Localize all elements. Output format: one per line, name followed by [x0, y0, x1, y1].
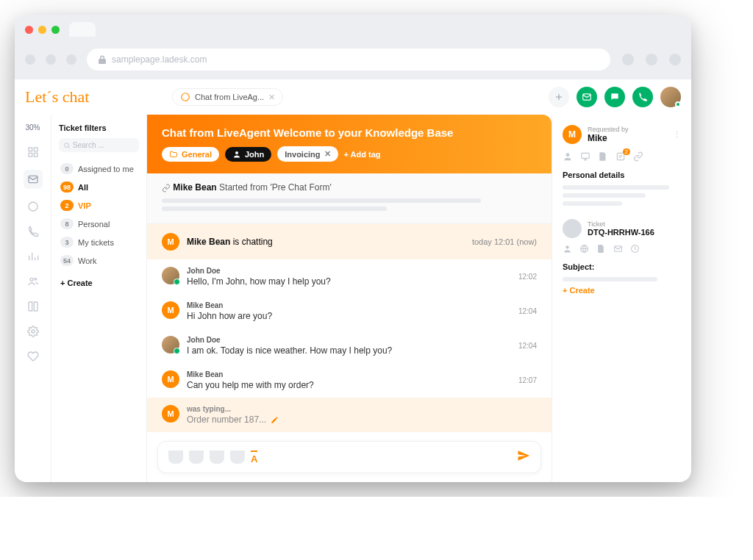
- nav-rail: 30%: [15, 115, 51, 482]
- filter-assigned[interactable]: 0Assigned to me: [59, 159, 139, 178]
- file-icon[interactable]: [598, 151, 608, 163]
- user-icon[interactable]: [563, 151, 573, 163]
- settings-icon[interactable]: [26, 324, 40, 339]
- user-icon[interactable]: [563, 244, 572, 255]
- message-text: Hello, I'm John, how may I help you?: [187, 276, 511, 287]
- kb-icon[interactable]: [26, 299, 40, 314]
- mail-button[interactable]: [577, 87, 597, 107]
- nav-dot: [25, 54, 35, 65]
- pencil-icon: [271, 416, 279, 424]
- more-icon[interactable]: ⋮: [673, 130, 681, 140]
- ticket-icons: [563, 244, 681, 255]
- filter-vip[interactable]: 2VIP: [59, 196, 139, 215]
- svg-rect-15: [617, 153, 624, 159]
- message-text: Can you help me with my order?: [187, 380, 511, 390]
- add-button[interactable]: [549, 87, 569, 107]
- open-tab[interactable]: Chat from LiveAg... ✕: [172, 88, 283, 106]
- message: John DoeHello, I'm John, how may I help …: [147, 259, 552, 294]
- ticket-hero: Chat from LiveAgent Welcome to your Know…: [147, 115, 552, 173]
- filter-my-tickets[interactable]: 3My tickets: [59, 233, 139, 251]
- compose-tool[interactable]: [168, 450, 183, 464]
- svg-point-9: [35, 278, 37, 280]
- requester: M Requested by Mike ⋮: [563, 125, 681, 144]
- clock-icon[interactable]: [630, 244, 640, 255]
- personal-details-heading: Personal details: [563, 170, 681, 179]
- compose-bar[interactable]: A: [157, 441, 541, 473]
- svg-rect-4: [29, 153, 32, 157]
- compose-tool[interactable]: [230, 450, 245, 464]
- ticket-info: Ticket DTQ-HRRHW-166: [563, 219, 681, 238]
- message-time: 12:04: [518, 342, 537, 350]
- filter-work[interactable]: 54Work: [59, 251, 139, 270]
- window-close[interactable]: [25, 26, 33, 34]
- link-icon[interactable]: [633, 151, 643, 163]
- svg-point-12: [235, 151, 238, 154]
- window-minimize[interactable]: [38, 26, 46, 34]
- contact-icons: 2: [563, 151, 681, 163]
- close-icon[interactable]: ✕: [268, 93, 275, 102]
- message-avatar: M: [162, 301, 179, 319]
- tag-general[interactable]: General: [162, 147, 219, 162]
- send-button[interactable]: [517, 449, 530, 465]
- tag-invoicing[interactable]: Invoicing ✕: [277, 146, 338, 162]
- file-icon[interactable]: [596, 244, 606, 255]
- filters-panel: Ticket filters Search ... 0Assigned to m…: [51, 115, 147, 482]
- people-icon[interactable]: [26, 274, 40, 289]
- create-button[interactable]: + Create: [563, 286, 681, 295]
- message-author: Mike Bean: [187, 301, 511, 309]
- avatar-letter: M: [563, 125, 582, 144]
- url-text: samplepage.ladesk.com: [112, 54, 207, 65]
- reports-icon[interactable]: [26, 249, 40, 264]
- filters-title: Ticket filters: [59, 123, 139, 132]
- ticket-icon: [563, 219, 582, 238]
- close-icon[interactable]: ✕: [324, 149, 331, 159]
- tab-label: Chat from LiveAg...: [195, 93, 264, 101]
- search-placeholder: Search ...: [73, 141, 104, 149]
- message-avatar: [162, 336, 179, 353]
- svg-rect-2: [29, 148, 32, 151]
- skeleton: [563, 277, 681, 281]
- message-time: 12:04: [518, 307, 537, 315]
- message: MMike BeanHi John how are you?12:04: [147, 294, 552, 329]
- tag-agent[interactable]: John: [225, 147, 271, 162]
- chat-nav-icon[interactable]: [26, 199, 40, 214]
- svg-rect-14: [582, 153, 590, 158]
- ext-dot: [622, 54, 634, 65]
- mail-icon[interactable]: [613, 244, 623, 255]
- chat-icon: [180, 92, 190, 102]
- globe-icon[interactable]: [579, 244, 589, 255]
- filter-all[interactable]: 98All: [59, 178, 139, 196]
- window-maximize[interactable]: [51, 26, 60, 34]
- chat-status: M Mike Bean is chatting today 12:01 (now…: [147, 224, 552, 259]
- phone-nav-icon[interactable]: [26, 224, 40, 239]
- compose-tool[interactable]: [189, 450, 204, 464]
- nav-dot: [66, 54, 76, 65]
- user-avatar[interactable]: [660, 87, 681, 107]
- browser-window: samplepage.ladesk.com Let´s chat Chat fr…: [15, 15, 691, 482]
- format-button[interactable]: A: [251, 450, 257, 464]
- heart-icon[interactable]: [26, 349, 40, 364]
- phone-button[interactable]: [632, 87, 653, 107]
- url-bar[interactable]: samplepage.ladesk.com: [87, 49, 610, 71]
- chat-button[interactable]: [604, 87, 625, 107]
- svg-point-17: [565, 245, 568, 248]
- message-avatar: [162, 267, 179, 284]
- dashboard-icon[interactable]: [26, 145, 40, 159]
- subject-heading: Subject:: [563, 262, 681, 271]
- add-tag-button[interactable]: + Add tag: [344, 150, 381, 159]
- note-icon[interactable]: 2: [615, 151, 626, 163]
- message-avatar: M: [162, 370, 179, 388]
- browser-tab[interactable]: [69, 22, 96, 37]
- search-icon: [63, 142, 71, 149]
- create-filter[interactable]: + Create: [59, 276, 139, 290]
- mail-nav-icon[interactable]: [24, 170, 43, 189]
- status-time: today 12:01 (now): [472, 237, 537, 246]
- started-from: Mike Bean Started from 'Pre Chat Form': [147, 173, 552, 224]
- svg-rect-5: [34, 153, 38, 157]
- titlebar: [15, 15, 691, 44]
- screen-icon[interactable]: [580, 151, 590, 163]
- message: John DoeI am ok. Today is nice weather. …: [147, 329, 552, 363]
- search-input[interactable]: Search ...: [59, 138, 139, 152]
- filter-personal[interactable]: 8Personal: [59, 215, 139, 233]
- compose-tool[interactable]: [210, 450, 224, 464]
